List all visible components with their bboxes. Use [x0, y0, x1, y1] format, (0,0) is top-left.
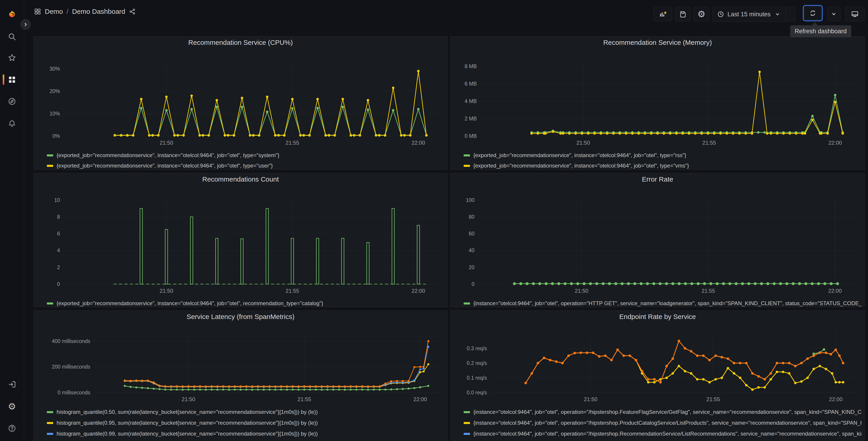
svg-text:21:50: 21:50	[159, 288, 173, 294]
series-rss	[530, 94, 844, 134]
apps-grid-icon[interactable]	[34, 8, 41, 15]
svg-text:20%: 20%	[50, 88, 60, 94]
add-panel-icon	[659, 10, 666, 18]
memory-chart[interactable]: 0 MB2 MB4 MB6 MB8 MB21:5021:5522:00	[451, 36, 865, 170]
legend-item[interactable]: histogram_quantile(0.999, sum(rate(laten…	[47, 439, 444, 441]
expand-sidebar-button[interactable]	[20, 19, 31, 30]
star-icon	[8, 53, 16, 62]
legend-swatch	[47, 422, 53, 424]
svg-text:0 milliseconds: 0 milliseconds	[58, 390, 90, 395]
refresh-tooltip: Refresh dashboard	[790, 25, 851, 37]
panel-recommendation-memory: Recommendation Service (Memory) 0 MB2 MB…	[450, 36, 865, 170]
legend-item[interactable]: {exported_job="recommendationservice", i…	[47, 160, 444, 170]
svg-text:21:55: 21:55	[285, 140, 299, 146]
svg-text:60: 60	[469, 231, 474, 237]
help-icon	[8, 424, 16, 433]
svg-text:21:55: 21:55	[702, 288, 715, 294]
legend-item[interactable]: {instance="otelcol:9464", job="otel", op…	[464, 298, 862, 307]
svg-text:21:55: 21:55	[285, 288, 299, 294]
series-get-product-list	[525, 340, 844, 384]
breadcrumb-separator: /	[66, 8, 68, 16]
svg-text:21:50: 21:50	[159, 140, 173, 146]
svg-text:21:55: 21:55	[707, 396, 720, 402]
svg-text:400 milliseconds: 400 milliseconds	[52, 338, 90, 344]
compass-icon	[8, 97, 16, 106]
svg-text:0.2 req/s: 0.2 req/s	[467, 360, 487, 366]
legend: {exported_job="recommendationservice", i…	[47, 150, 444, 170]
legend-swatch	[464, 154, 470, 156]
recommendations-count-chart[interactable]: 024681021:5021:5522:00	[34, 173, 447, 307]
legend-item[interactable]: histogram_quantile(0.99, sum(rate(latenc…	[47, 428, 444, 439]
panel-service-latency: Service Latency (from SpanMetrics) 0 mil…	[33, 311, 447, 441]
legend-swatch	[47, 411, 53, 413]
panel-recommendations-count: Recommendations Count 024681021:5021:552…	[33, 173, 447, 307]
legend-item[interactable]: {exported_job="recommendationservice", i…	[47, 298, 444, 307]
sidebar-item-starred[interactable]	[0, 50, 24, 66]
legend-item[interactable]: {instance="otelcol:9464", job="otel", op…	[464, 428, 862, 439]
sidebar-item-help[interactable]	[0, 420, 24, 437]
legend-item[interactable]: {exported_job="recommendationservice", i…	[464, 160, 862, 170]
legend-swatch	[47, 433, 53, 435]
series-error-rate	[513, 282, 839, 285]
svg-text:10: 10	[54, 197, 60, 203]
sidebar-item-search[interactable]	[0, 29, 24, 45]
series-p99	[124, 346, 430, 388]
refresh-dashboard-button[interactable]	[804, 6, 821, 20]
refresh-icon	[809, 9, 817, 17]
time-range-label: Last 15 minutes	[727, 11, 771, 18]
series-catalog	[140, 208, 420, 284]
save-icon	[679, 10, 687, 18]
zoom-out-button[interactable]	[786, 7, 795, 22]
panel-error-rate: Error Rate 02040608010021:5021:5522:00 {…	[450, 173, 865, 307]
legend-item[interactable]: {exported_job="recommendationservice", i…	[464, 150, 862, 160]
svg-text:8: 8	[57, 214, 60, 220]
sidebar-item-sign-in[interactable]	[0, 376, 24, 392]
svg-text:21:50: 21:50	[584, 396, 597, 402]
legend-item[interactable]: histogram_quantile(0.95, sum(rate(latenc…	[47, 417, 444, 428]
add-panel-button[interactable]	[653, 7, 672, 21]
sidebar-item-settings[interactable]: ⚙	[0, 398, 24, 414]
sidebar-item-alerting[interactable]	[0, 115, 24, 131]
kiosk-mode-button[interactable]	[845, 7, 864, 21]
svg-text:21:55: 21:55	[298, 396, 311, 402]
series-p999	[124, 340, 430, 387]
sidebar-item-dashboards[interactable]	[0, 71, 24, 88]
svg-text:21:50: 21:50	[182, 396, 195, 402]
time-range-picker[interactable]: Last 15 minutes	[713, 7, 786, 22]
svg-text:22:00: 22:00	[413, 396, 427, 402]
legend-label: {exported_job="recommendationservice", i…	[57, 300, 323, 306]
refresh-focus-ring	[803, 5, 823, 21]
grafana-logo-icon	[8, 10, 16, 18]
search-icon	[8, 32, 16, 41]
svg-text:4: 4	[57, 247, 60, 253]
svg-text:80: 80	[469, 214, 474, 220]
bell-icon	[8, 119, 16, 128]
legend-swatch	[47, 165, 53, 167]
svg-text:100: 100	[466, 197, 474, 203]
sign-in-icon	[8, 380, 16, 389]
legend-label: {instance="otelcol:9464", job="otel", op…	[473, 409, 862, 415]
legend-item[interactable]: {instance="otelcol:9464", job="otel", op…	[464, 407, 862, 417]
legend-label: histogram_quantile(0.99, sum(rate(latenc…	[57, 431, 318, 437]
grafana-logo[interactable]	[0, 6, 24, 22]
legend-label: histogram_quantile(0.95, sum(rate(latenc…	[57, 420, 318, 426]
breadcrumb-current[interactable]: Demo Dashboard	[72, 8, 125, 16]
legend: {exported_job="recommendationservice", i…	[47, 298, 444, 307]
dashboard-settings-button[interactable]: ⚙	[694, 7, 709, 21]
cpu-chart[interactable]: 0%10%20%30%21:5021:5522:00	[34, 36, 447, 170]
breadcrumb-section[interactable]: Demo	[45, 8, 63, 16]
legend-item[interactable]: {instance="otelcol:9464", job="otel", op…	[464, 417, 862, 428]
legend: {exported_job="recommendationservice", i…	[464, 150, 862, 170]
share-icon[interactable]	[129, 8, 136, 15]
legend-label: {instance="otelcol:9464", job="otel", op…	[473, 431, 862, 437]
legend-item[interactable]: histogram_quantile(0.50, sum(rate(latenc…	[47, 407, 444, 417]
refresh-interval-dropdown[interactable]	[827, 7, 840, 21]
legend-item[interactable]: {instance="otelcol:9464", job="otel", op…	[464, 439, 862, 441]
sidebar-item-explore[interactable]	[0, 93, 24, 110]
svg-text:21:55: 21:55	[702, 140, 716, 146]
error-rate-chart[interactable]: 02040608010021:5021:5522:00	[451, 173, 865, 307]
save-dashboard-button[interactable]	[675, 7, 691, 21]
legend-item[interactable]: {exported_job="recommendationservice", i…	[47, 150, 444, 160]
svg-text:4 MB: 4 MB	[465, 98, 477, 104]
svg-text:40: 40	[469, 247, 474, 253]
